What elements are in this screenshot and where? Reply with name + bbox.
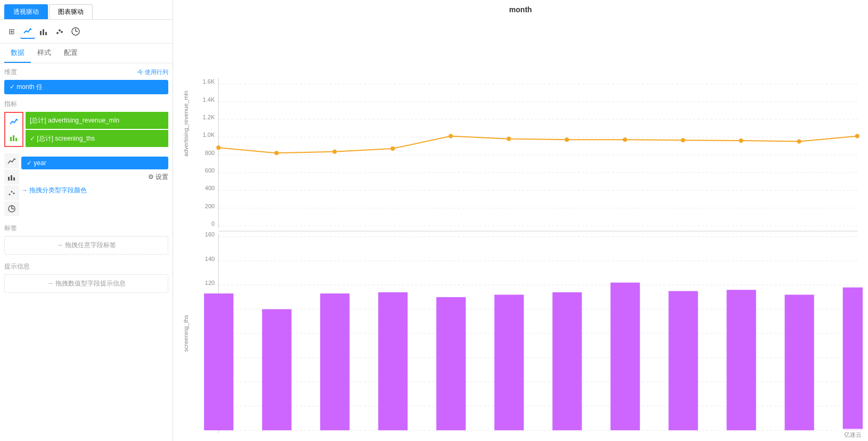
svg-text:800: 800 [205,150,215,156]
svg-text:0: 0 [211,220,215,227]
sub-tab-style[interactable]: 样式 [31,44,58,63]
svg-point-48 [739,138,743,143]
axis-section: 轴 ✓ year ⚙ 设置 [4,152,168,216]
svg-point-40 [274,151,279,155]
drag-tooltip-field[interactable]: → 拖拽数值型字段提示信息 [4,274,168,293]
sub-tab-data[interactable]: 数据 [4,44,31,63]
metric-tags-column: [总计] advertising_revenue_mln ✓ [总计] scre… [26,112,168,147]
row-col-toggle[interactable]: 今 使用行列 [137,68,168,76]
svg-text:140: 140 [205,256,215,262]
svg-point-4 [59,29,61,31]
drag-label-field[interactable]: → 拖拽任意字段标签 [4,236,168,255]
svg-point-15 [9,194,11,195]
svg-point-3 [56,32,59,34]
svg-point-49 [797,140,801,144]
bar-chart-bars [204,283,863,430]
tooltip-section-title: 提示信息 [4,262,30,271]
svg-rect-74 [494,295,523,430]
sub-tab-config[interactable]: 配置 [58,44,84,63]
axis-scatter-btn[interactable] [4,185,19,200]
axis-bar-btn[interactable] [4,169,19,184]
svg-rect-14 [13,177,15,181]
tab-perspective[interactable]: 透视驱动 [4,4,48,19]
dimension-label: 维度 [4,68,17,77]
color-section: → 拖拽分类型字段颜色 [21,186,168,195]
line-y-axis: 0 200 400 600 800 1.0K 1.2K 1.4K 1.6K [203,78,215,227]
svg-rect-12 [8,177,10,181]
metric-line-icon[interactable] [6,114,21,129]
metric-bar-icon[interactable] [6,130,21,145]
tooltip-section-header: 提示信息 [4,262,168,271]
icon-toolbar: ⊞ [0,20,173,44]
chart-svg-container: advertising_revenue_mln 0 200 400 600 80… [178,16,863,436]
svg-text:1.2K: 1.2K [203,114,215,120]
svg-text:120: 120 [205,280,215,286]
svg-rect-71 [320,293,349,430]
line-grid [218,84,857,226]
svg-point-43 [448,134,453,138]
svg-rect-72 [378,292,407,430]
clock-view-icon[interactable] [68,24,83,39]
svg-point-39 [216,145,220,150]
bar-y-label: screening_ths [183,315,189,352]
month-field-tag[interactable]: ✓ month 任 [4,80,168,94]
label-section-header: 标签 [4,224,168,233]
svg-point-44 [506,137,511,141]
brand-logo: 亿迷云 [844,431,862,438]
scatter-view-icon[interactable] [52,24,67,39]
metrics-section: 指标 [总计] advertising_revenue_mln ✓ [总计] s… [4,100,168,147]
svg-point-42 [390,146,395,151]
axis-line-btn[interactable] [4,153,19,168]
tab-chart[interactable]: 图表驱动 [49,4,93,19]
svg-point-41 [332,150,337,154]
axis-clock-btn[interactable] [4,201,19,216]
svg-text:1.6K: 1.6K [203,78,215,85]
axis-right-column: ✓ year ⚙ 设置 → 拖拽分类型字段颜色 [21,152,168,216]
svg-rect-77 [668,291,698,430]
panel-content: 维度 今 使用行列 ✓ month 任 指标 [总计] advert [0,63,173,441]
svg-point-17 [13,193,15,194]
svg-rect-69 [204,293,233,430]
svg-text:160: 160 [205,231,215,238]
axis-left-column: 轴 [4,152,19,216]
svg-point-47 [681,138,685,142]
metric-icons-box [4,112,23,147]
svg-rect-79 [785,295,814,430]
axis-container: 轴 ✓ year ⚙ 设置 [4,152,168,216]
label-section: 标签 → 拖拽任意字段标签 [4,224,168,255]
svg-point-5 [61,31,63,33]
svg-rect-11 [15,138,17,141]
line-y-label: advertising_revenue_mln [183,91,189,157]
svg-rect-70 [262,309,291,430]
top-tabs-bar: 透视驱动 图表驱动 [0,0,173,20]
settings-row[interactable]: ⚙ 设置 [21,173,168,182]
svg-rect-10 [13,135,14,141]
year-field-tag[interactable]: ✓ year [21,157,168,169]
main-chart-svg: advertising_revenue_mln 0 200 400 600 80… [178,16,863,436]
bar-grid [218,236,857,430]
chart-title: month [178,5,863,14]
svg-text:1.0K: 1.0K [203,132,215,138]
dimension-section-header: 维度 今 使用行列 [4,68,168,77]
footer-watermark: 亿迷云 [838,429,868,441]
metric-tag-revenue[interactable]: [总计] advertising_revenue_mln [26,112,168,129]
metric-tag-screening[interactable]: ✓ [总计] screening_ths [26,130,168,147]
svg-point-50 [855,134,859,138]
metrics-label: 指标 [4,100,168,109]
bar-view-icon[interactable] [36,24,51,39]
svg-rect-0 [40,31,42,35]
table-view-icon[interactable]: ⊞ [4,24,19,39]
svg-rect-73 [436,297,465,430]
svg-text:200: 200 [205,203,215,209]
svg-rect-76 [610,283,640,430]
svg-rect-13 [11,175,12,181]
svg-rect-78 [727,290,756,430]
metrics-container: [总计] advertising_revenue_mln ✓ [总计] scre… [4,112,168,147]
svg-rect-1 [43,29,44,35]
svg-point-16 [11,191,13,193]
chart-area: month advertising_revenue_mln 0 200 400 … [173,0,868,441]
line-view-icon[interactable] [20,24,35,39]
svg-rect-2 [45,32,47,35]
svg-text:600: 600 [205,167,215,174]
color-drag-link[interactable]: → 拖拽分类型字段颜色 [21,186,168,195]
